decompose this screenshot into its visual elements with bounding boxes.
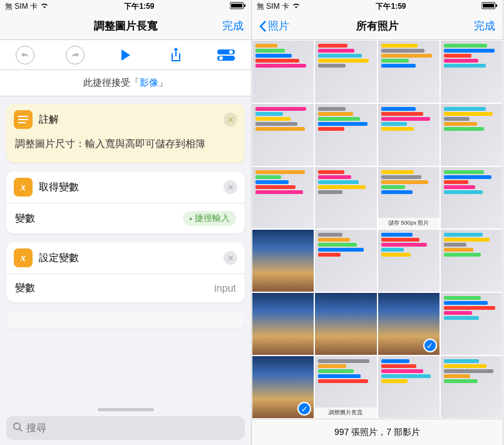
photo-thumb[interactable]: [441, 104, 502, 166]
settings-toggle-button[interactable]: [215, 44, 237, 66]
nav-bar: 照片 所有照片 完成: [252, 13, 503, 40]
photo-thumb[interactable]: [315, 104, 376, 166]
svg-rect-13: [483, 4, 494, 8]
svg-rect-9: [18, 122, 26, 123]
status-bar: 無 SIM 卡 下午1:59: [252, 0, 503, 13]
accepts-type-link[interactable]: 影像: [140, 77, 158, 89]
photo-thumb[interactable]: [441, 167, 502, 229]
photo-thumb[interactable]: 儲存 500px 照片: [378, 167, 440, 229]
close-icon[interactable]: ✕: [224, 113, 237, 126]
photo-grid: 儲存 500px 照片✓✓調整圖片長寬: [252, 40, 503, 419]
shortcuts-editor-screen: 無 SIM 卡 下午1:59 調整圖片長寬 完成 此捷徑接受「 影像 」: [0, 0, 252, 445]
photo-thumb[interactable]: [252, 41, 314, 103]
setvar-title: 設定變數: [39, 252, 217, 265]
drawer-handle[interactable]: [98, 408, 154, 411]
photo-thumb[interactable]: [378, 356, 440, 418]
thumb-caption: 調整圖片長寬: [315, 407, 376, 418]
carrier-text: 無 SIM 卡: [5, 1, 38, 12]
selected-check-icon: ✓: [423, 339, 437, 352]
getvar-row-label: 變數: [15, 212, 35, 225]
setvar-row-value[interactable]: input: [214, 283, 236, 294]
variable-icon: x: [14, 178, 33, 197]
accepts-suffix: 」: [158, 77, 168, 89]
undo-button[interactable]: [14, 44, 36, 66]
wifi-icon: [40, 2, 49, 11]
back-button[interactable]: 照片: [259, 19, 289, 33]
search-icon: [13, 422, 23, 434]
battery-icon: [481, 2, 498, 11]
thumb-caption: 儲存 500px 照片: [378, 218, 440, 228]
photo-thumb[interactable]: [441, 41, 502, 103]
wifi-icon: [292, 2, 301, 11]
clock-text: 下午1:59: [124, 1, 154, 12]
note-title: 註解: [39, 113, 217, 126]
svg-point-10: [14, 423, 20, 429]
get-variable-card[interactable]: x 取得變數 ✕ 變數 捷徑輸入: [6, 171, 245, 233]
share-button[interactable]: [165, 44, 187, 66]
svg-point-4: [229, 50, 233, 54]
svg-rect-2: [244, 4, 245, 7]
photo-thumb[interactable]: ✓: [378, 293, 440, 355]
chevron-left-icon: [259, 21, 267, 32]
photo-thumb[interactable]: ✓: [252, 356, 314, 418]
photo-thumb[interactable]: [252, 167, 314, 229]
note-icon: [14, 110, 33, 129]
partial-card[interactable]: [6, 311, 245, 329]
photo-thumb[interactable]: [378, 104, 440, 166]
set-variable-card[interactable]: x 設定變數 ✕ 變數 input: [6, 242, 245, 302]
photo-thumb[interactable]: [441, 356, 502, 418]
close-icon[interactable]: ✕: [224, 251, 237, 265]
getvar-row-value[interactable]: 捷徑輸入: [183, 211, 236, 226]
photo-thumb[interactable]: [441, 230, 502, 292]
nav-bar: 調整圖片長寬 完成: [0, 13, 251, 40]
close-icon[interactable]: ✕: [224, 180, 237, 194]
photo-thumb[interactable]: [315, 167, 376, 229]
note-body: 調整圖片尺寸：輸入寬與高即可儲存到相簿: [6, 135, 245, 163]
setvar-row-label: 變數: [15, 282, 35, 295]
done-button[interactable]: 完成: [474, 19, 495, 33]
svg-rect-8: [18, 119, 28, 120]
svg-rect-1: [231, 4, 242, 8]
search-bar[interactable]: [6, 416, 245, 440]
actions-list: 註解 ✕ 調整圖片尺寸：輸入寬與高即可儲存到相簿 x 取得變數 ✕ 變數 捷徑輸…: [0, 96, 251, 445]
battery-icon: [230, 2, 246, 11]
accepts-bar: 此捷徑接受「 影像 」: [0, 70, 251, 96]
search-input[interactable]: [26, 422, 239, 434]
photo-thumb[interactable]: 調整圖片長寬: [315, 356, 376, 418]
status-bar: 無 SIM 卡 下午1:59: [0, 0, 251, 13]
photo-picker-screen: 無 SIM 卡 下午1:59 照片 所有照片 完成 儲存 500px 照片✓✓調…: [252, 0, 503, 445]
redo-button[interactable]: [64, 44, 86, 66]
photo-thumb[interactable]: [252, 104, 314, 166]
getvar-title: 取得變數: [39, 181, 217, 194]
selected-check-icon: ✓: [297, 402, 311, 416]
photo-thumb[interactable]: [252, 230, 314, 292]
accepts-prefix: 此捷徑接受「: [83, 77, 140, 89]
photo-thumb[interactable]: [252, 293, 314, 355]
page-title: 調整圖片長寬: [94, 19, 158, 33]
svg-rect-14: [496, 4, 497, 7]
done-button[interactable]: 完成: [222, 19, 244, 33]
svg-line-11: [19, 429, 22, 431]
photo-thumb[interactable]: [315, 41, 376, 103]
play-button[interactable]: [114, 44, 136, 66]
svg-point-6: [219, 56, 223, 60]
variable-icon: x: [14, 248, 33, 267]
photo-thumb[interactable]: [315, 293, 376, 355]
carrier-text: 無 SIM 卡: [257, 1, 289, 12]
page-title: 所有照片: [356, 19, 399, 33]
photo-thumb[interactable]: [378, 230, 440, 292]
editor-toolbar: [0, 40, 251, 70]
photo-count-footer: 997 張照片，7 部影片: [252, 419, 503, 445]
svg-rect-7: [18, 116, 28, 117]
note-action-card[interactable]: 註解 ✕ 調整圖片尺寸：輸入寬與高即可儲存到相簿: [6, 104, 245, 163]
photo-thumb[interactable]: [378, 41, 440, 103]
clock-text: 下午1:59: [376, 1, 406, 12]
photo-thumb[interactable]: [315, 230, 376, 292]
photo-thumb[interactable]: [441, 293, 502, 355]
